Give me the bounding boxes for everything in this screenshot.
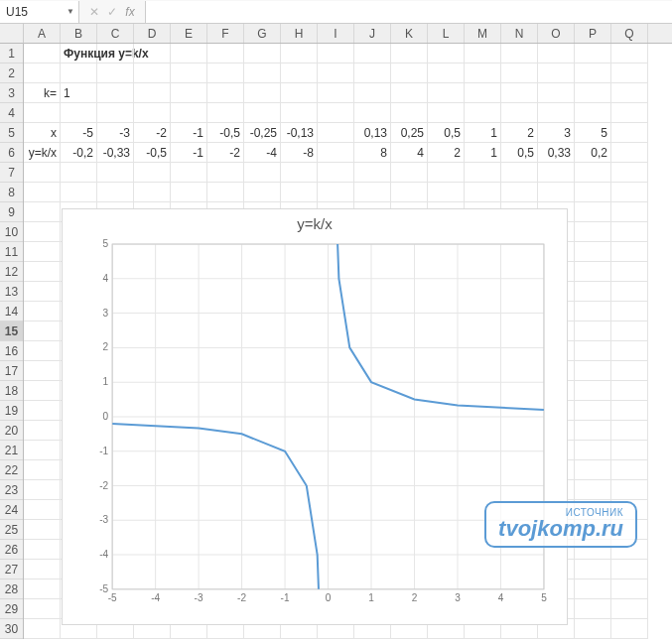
cell[interactable] [575, 460, 611, 480]
cell[interactable] [611, 183, 648, 202]
cell[interactable] [611, 103, 648, 123]
cell[interactable] [611, 560, 648, 579]
dropdown-triangle-icon[interactable]: ▼ [67, 7, 74, 16]
cell[interactable]: -1 [171, 143, 207, 163]
row-header[interactable]: 16 [0, 341, 23, 361]
cell[interactable] [171, 83, 207, 103]
cell[interactable] [24, 242, 61, 262]
cell[interactable] [244, 163, 281, 183]
column-header[interactable]: L [428, 24, 465, 43]
cell[interactable] [318, 103, 354, 123]
cell[interactable] [24, 202, 61, 222]
cell[interactable] [501, 83, 538, 103]
column-header[interactable]: E [171, 24, 207, 43]
cell[interactable] [391, 44, 428, 64]
cell[interactable] [134, 44, 171, 64]
cell[interactable] [244, 64, 281, 83]
select-all-corner[interactable] [0, 24, 24, 44]
cell[interactable] [575, 401, 611, 421]
column-header[interactable]: D [134, 24, 171, 43]
cell[interactable] [97, 183, 134, 202]
formula-input[interactable] [145, 1, 672, 23]
cell[interactable] [501, 64, 538, 83]
cell[interactable] [318, 183, 354, 202]
cell[interactable] [465, 64, 501, 83]
cell[interactable]: -8 [281, 143, 318, 163]
cell[interactable] [24, 381, 61, 401]
cell[interactable] [501, 183, 538, 202]
cell[interactable] [611, 599, 648, 619]
cell[interactable] [428, 64, 465, 83]
cell[interactable] [24, 341, 61, 361]
cell[interactable] [538, 183, 575, 202]
cell[interactable] [354, 64, 391, 83]
cell[interactable] [24, 500, 61, 520]
column-header[interactable]: B [61, 24, 97, 43]
cell[interactable] [575, 103, 611, 123]
column-header[interactable]: K [391, 24, 428, 43]
cell[interactable] [575, 262, 611, 282]
cell[interactable] [575, 579, 611, 599]
cell[interactable] [465, 103, 501, 123]
cell[interactable] [24, 540, 61, 560]
cell[interactable] [134, 103, 171, 123]
cell[interactable] [24, 321, 61, 341]
cell[interactable] [611, 44, 648, 64]
cell[interactable]: y=k/x [24, 143, 61, 163]
cell[interactable] [244, 44, 281, 64]
cell[interactable] [24, 222, 61, 242]
cell[interactable] [575, 83, 611, 103]
cell[interactable] [611, 163, 648, 183]
column-header[interactable]: O [538, 24, 575, 43]
cell[interactable] [171, 103, 207, 123]
cell[interactable]: 0,5 [428, 123, 465, 143]
cell[interactable] [538, 83, 575, 103]
cell[interactable] [97, 163, 134, 183]
row-header[interactable]: 2 [0, 64, 23, 83]
row-header[interactable]: 12 [0, 262, 23, 282]
cell[interactable]: k= [24, 83, 61, 103]
cell[interactable] [611, 64, 648, 83]
cell[interactable] [611, 123, 648, 143]
cell[interactable] [281, 183, 318, 202]
cell[interactable] [611, 143, 648, 163]
cell[interactable] [611, 579, 648, 599]
cell[interactable]: 4 [391, 143, 428, 163]
cell[interactable]: -0,25 [244, 123, 281, 143]
cell[interactable] [428, 183, 465, 202]
cell[interactable] [391, 83, 428, 103]
cell[interactable] [318, 64, 354, 83]
cell[interactable] [465, 44, 501, 64]
cell[interactable] [575, 441, 611, 460]
row-header[interactable]: 21 [0, 441, 23, 460]
row-header[interactable]: 1 [0, 44, 23, 64]
cell[interactable] [134, 183, 171, 202]
cell[interactable] [24, 302, 61, 321]
cell[interactable] [611, 282, 648, 302]
cell[interactable] [575, 381, 611, 401]
cell[interactable] [61, 183, 97, 202]
cell[interactable] [24, 421, 61, 441]
cell[interactable] [391, 103, 428, 123]
cell[interactable] [244, 103, 281, 123]
cell[interactable] [501, 163, 538, 183]
cell[interactable] [207, 64, 244, 83]
cell[interactable] [428, 163, 465, 183]
cell[interactable] [318, 83, 354, 103]
column-header[interactable]: Q [611, 24, 648, 43]
cell[interactable] [575, 302, 611, 321]
cell[interactable] [575, 599, 611, 619]
cell[interactable]: -2 [207, 143, 244, 163]
cell[interactable] [575, 421, 611, 441]
cell[interactable] [134, 64, 171, 83]
cell[interactable]: x [24, 123, 61, 143]
cell[interactable] [61, 103, 97, 123]
cell[interactable]: -0,2 [61, 143, 97, 163]
cell[interactable] [611, 321, 648, 341]
cell[interactable] [501, 44, 538, 64]
cell[interactable] [611, 421, 648, 441]
cell[interactable] [24, 579, 61, 599]
column-header[interactable]: I [318, 24, 354, 43]
cell[interactable] [281, 83, 318, 103]
cell[interactable]: -3 [97, 123, 134, 143]
